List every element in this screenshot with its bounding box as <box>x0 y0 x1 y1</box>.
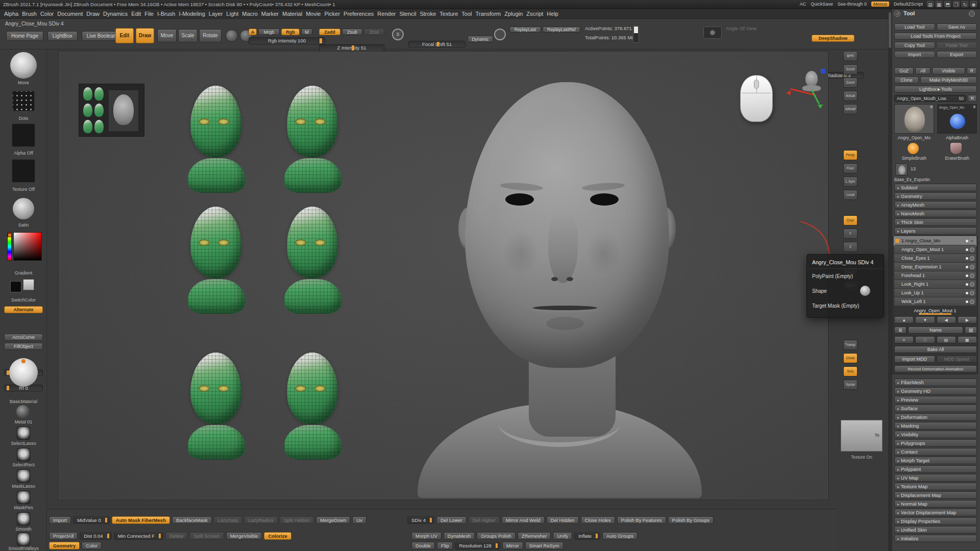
camera-icon[interactable] <box>703 27 722 39</box>
popup-item[interactable]: Shape <box>807 284 884 298</box>
rgb-button[interactable]: Rgb <box>281 29 300 35</box>
simple-brush-icon[interactable] <box>908 143 919 154</box>
bottom-button[interactable]: SDiv 4 <box>407 516 434 524</box>
titlebar-icon[interactable]: ▤ <box>927 1 934 7</box>
shelf-toggle-button[interactable]: Floor <box>843 163 857 173</box>
main-color-swatch[interactable] <box>10 281 21 292</box>
palette-section-header[interactable]: ▸Deformation <box>894 413 977 421</box>
palette-section-header[interactable]: ▸Preview <box>894 396 977 404</box>
bottom-button[interactable]: Auto Groups <box>602 532 638 540</box>
menu-item[interactable]: Draw <box>86 11 100 17</box>
shelf-toggle-button[interactable]: Ghost <box>843 353 857 363</box>
bottom-button[interactable]: LazyRadius <box>244 516 278 524</box>
bottom-button[interactable]: Polish By Features <box>617 516 666 524</box>
load-tool-button[interactable]: Load Tool <box>894 23 935 31</box>
menu-item[interactable]: Macro <box>242 11 258 17</box>
mini-head-thumb[interactable] <box>83 87 92 101</box>
stroke-type-icon[interactable] <box>12 91 35 111</box>
layer-move-button[interactable]: ▼ <box>915 316 935 323</box>
palette-section-header[interactable]: ▸Display Properties <box>894 517 977 525</box>
bottom-button[interactable]: Dist 0.04 <box>80 532 112 540</box>
palette-section-header[interactable]: ▸ArrayMesh <box>894 201 977 209</box>
menu-item[interactable]: Light <box>226 11 238 17</box>
mini-head-thumb[interactable] <box>94 87 104 101</box>
current-tool-r-button[interactable]: R <box>968 95 977 102</box>
mini-gray-head-thumb[interactable] <box>109 90 138 131</box>
palette-section-header[interactable]: ▸Geometry HD <box>894 387 977 395</box>
menu-item[interactable]: File <box>144 11 154 17</box>
layer-move-button[interactable]: ◀ <box>937 316 956 323</box>
menu-item[interactable]: Marker <box>261 11 279 17</box>
shelf-nav-button[interactable]: Home Page <box>6 31 43 41</box>
import-mdd-button[interactable]: Import MDD <box>894 356 935 363</box>
z-intensity-slider[interactable]: Z Intensity 51 <box>319 44 384 52</box>
palette-section-header[interactable]: ▸Vector Displacement Map <box>894 509 977 516</box>
mdd-speed-button[interactable]: MDD Speed <box>937 356 977 363</box>
bottom-button[interactable]: MergeVisible <box>226 532 262 540</box>
record-deformation-button[interactable]: Record Deformation Animation <box>894 365 977 372</box>
menu-item[interactable]: Zplugin <box>504 11 523 17</box>
brush-preview-icon[interactable] <box>226 30 238 42</box>
copy-tool-button[interactable]: Copy Tool <box>894 42 935 49</box>
bottom-button[interactable]: Split Screen <box>189 532 224 540</box>
shelf-toggle-button[interactable]: Qxyz <box>843 215 857 226</box>
anchor-toggle[interactable]: A <box>249 29 257 35</box>
layer-intensity-dot[interactable] <box>966 257 968 260</box>
bottom-button[interactable]: DynaMesh <box>444 532 475 540</box>
shelf-toggle-button[interactable]: BPR <box>843 51 857 61</box>
texture-preview-box[interactable]: Te <box>841 420 883 452</box>
bottom-button[interactable]: Resolution 128 <box>455 542 500 549</box>
bottom-button[interactable]: Unify <box>553 532 572 540</box>
current-color-swatch[interactable] <box>8 233 12 237</box>
titlebar-status-item[interactable]: See-through 0 <box>838 2 867 7</box>
menu-item[interactable]: I-Modeling <box>179 11 205 17</box>
bottom-button[interactable]: Smart ReSym <box>525 542 564 549</box>
layer-intensity-dot[interactable] <box>966 240 968 242</box>
material-preview-icon[interactable] <box>13 198 34 219</box>
shelf-toggle-button[interactable]: Persp <box>843 150 857 160</box>
popup-item[interactable]: PolyPaint (Empty) <box>807 269 884 284</box>
shelf-toggle-button[interactable]: Scroll <box>843 64 857 74</box>
palette-menu-icon[interactable] <box>969 11 975 17</box>
load-tools-from-project-button[interactable]: Load Tools From Project <box>894 33 977 40</box>
layer-intensity-dot[interactable] <box>966 292 968 294</box>
bottom-button[interactable]: Del Hidden <box>547 516 579 524</box>
mini-head-thumb[interactable] <box>83 104 92 117</box>
layer-row[interactable]: Look_Right 1 <box>894 280 976 289</box>
shelf-nav-button[interactable]: LightBox <box>47 31 78 41</box>
mini-head-thumb[interactable] <box>94 104 104 117</box>
layer-intensity-dot[interactable] <box>966 266 968 268</box>
base-tool-thumbnail[interactable] <box>895 163 908 176</box>
palette-section-header[interactable]: ▸Thick Skin <box>894 218 977 226</box>
clone-button[interactable]: Clone <box>894 77 919 84</box>
accucurve-button[interactable]: AccuCurve <box>4 334 43 341</box>
menu-item[interactable]: Brush <box>22 11 37 17</box>
palette-section-header[interactable]: ▸FiberMesh <box>894 379 977 386</box>
move-button[interactable]: Move <box>157 29 177 42</box>
palette-section-header[interactable]: ▸Initialize <box>894 535 977 542</box>
goz-button[interactable]: GoZ <box>894 67 914 74</box>
layer-visibility-icon[interactable] <box>970 247 974 252</box>
bottom-button[interactable]: Auto Mask FiberMesh <box>112 516 170 524</box>
menu-item[interactable]: Transform <box>476 11 501 17</box>
points-meter[interactable] <box>633 26 639 43</box>
bottom-button[interactable]: BackfaceMask <box>172 516 212 524</box>
palette-section-header[interactable]: ▸Polypaint <box>894 465 977 473</box>
palette-dock-icon[interactable]: ↺ <box>894 11 900 17</box>
bottom-button[interactable]: MidValue 0 <box>73 516 110 524</box>
titlebar-status-item[interactable]: Menus <box>871 2 889 7</box>
layer-visibility-icon[interactable] <box>970 291 974 295</box>
bottom-button[interactable]: Mirror And Weld <box>502 516 545 524</box>
rgb-intensity-slider[interactable]: Rgb Intensity 100 <box>249 37 325 44</box>
layer-row[interactable]: Look_Up 1 <box>894 289 976 297</box>
menu-item[interactable]: Preferences <box>344 11 374 17</box>
bottom-tab[interactable]: Geometry <box>49 542 80 549</box>
menu-item[interactable]: Zscript <box>526 11 543 17</box>
layer-visibility-icon[interactable] <box>970 265 974 269</box>
bottom-button[interactable]: Min Connected F <box>114 532 163 540</box>
lightbox-tools-button[interactable]: Lightbox►Tools <box>894 86 977 93</box>
active-tool-thumbnail[interactable]: 9 <box>894 104 934 134</box>
alpha-tool-thumbnail[interactable]: Angry_Open_Mo 9 <box>937 104 977 134</box>
menu-item[interactable]: Document <box>57 11 83 17</box>
menu-item[interactable]: Layer <box>209 11 223 17</box>
